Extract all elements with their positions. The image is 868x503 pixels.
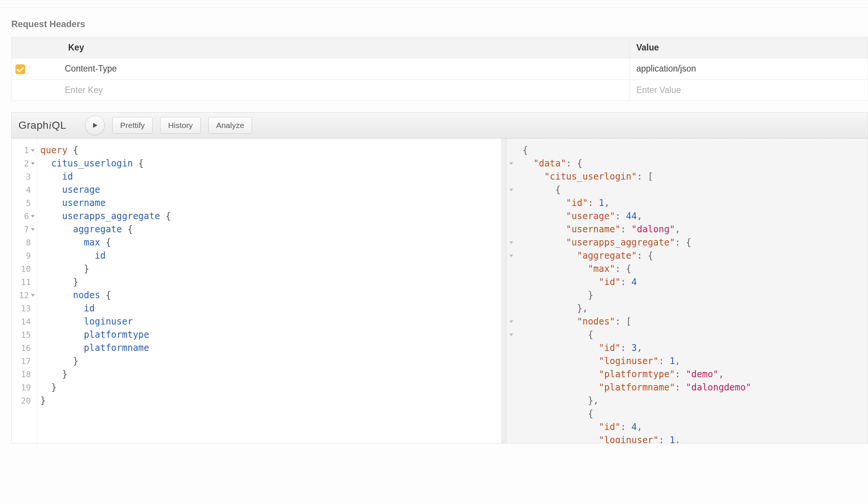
line-number: 10 <box>12 262 35 276</box>
result-fold-row <box>507 170 513 183</box>
execute-button[interactable] <box>85 116 105 135</box>
graphiql-logo: GraphiQL <box>18 119 66 131</box>
result-fold-row <box>507 421 513 434</box>
fold-caret-icon[interactable] <box>509 255 513 257</box>
line-number: 18 <box>12 368 35 381</box>
result-fold-row <box>507 262 513 276</box>
header-key-value[interactable]: Content-Type <box>65 64 117 73</box>
result-fold-row <box>507 236 513 249</box>
line-number: 6 <box>12 210 35 223</box>
play-icon <box>91 122 99 129</box>
line-number: 17 <box>12 355 35 368</box>
line-number: 5 <box>12 197 35 210</box>
result-fold-row <box>507 355 513 368</box>
fold-caret-icon[interactable] <box>31 149 35 152</box>
result-json: { "data": { "citus_userlogin": [ { "id":… <box>514 144 864 443</box>
result-fold-row <box>507 328 513 341</box>
line-number: 3 <box>12 170 35 183</box>
result-fold-row <box>507 368 513 381</box>
editor-area: 1 2 3 4 5 6 7 8 9 10 11 12 13 14 15 16 1… <box>11 139 868 444</box>
result-fold-row <box>507 210 513 223</box>
line-number: 8 <box>12 236 35 249</box>
result-fold-row <box>507 157 513 170</box>
headers-col-key: Key <box>12 37 630 58</box>
result-fold-row <box>507 381 513 394</box>
query-editor[interactable]: 1 2 3 4 5 6 7 8 9 10 11 12 13 14 15 16 1… <box>12 139 501 443</box>
line-number: 11 <box>12 276 35 289</box>
result-fold-row <box>507 144 513 157</box>
line-number: 19 <box>12 381 35 394</box>
result-fold-row <box>507 289 513 302</box>
result-fold-row <box>507 341 513 355</box>
fold-caret-icon[interactable] <box>31 294 35 297</box>
header-new-row: Enter Key Enter Value <box>12 79 868 101</box>
history-button[interactable]: History <box>160 117 200 134</box>
result-fold-row <box>507 183 513 197</box>
result-fold-row <box>507 223 513 236</box>
header-new-value-input[interactable]: Enter Value <box>636 85 681 95</box>
fold-caret-icon[interactable] <box>509 162 513 165</box>
result-fold-row <box>507 407 513 421</box>
header-value-cell[interactable]: application/json <box>630 58 868 80</box>
header-row: Content-Type application/json <box>12 58 868 80</box>
result-fold-row <box>507 249 513 262</box>
fold-caret-icon[interactable] <box>509 241 513 244</box>
line-gutter: 1 2 3 4 5 6 7 8 9 10 11 12 13 14 15 16 1… <box>12 139 37 443</box>
result-fold-row <box>507 197 513 210</box>
fold-caret-icon[interactable] <box>509 189 513 191</box>
line-number: 13 <box>12 302 35 315</box>
line-number: 4 <box>12 183 35 197</box>
graphiql-toolbar: GraphiQL Prettify History Analyze <box>11 112 868 139</box>
top-divider <box>0 0 868 8</box>
line-number: 7 <box>12 223 35 236</box>
line-number: 9 <box>12 249 35 262</box>
result-viewer[interactable]: { "data": { "citus_userlogin": [ { "id":… <box>507 139 868 443</box>
result-fold-row <box>507 276 513 289</box>
analyze-button[interactable]: Analyze <box>208 117 252 134</box>
headers-table: Key Value Content-Type application/json … <box>11 37 868 101</box>
result-fold-gutter <box>507 144 513 443</box>
result-fold-row <box>507 394 513 407</box>
line-number: 1 <box>12 144 35 157</box>
line-number: 15 <box>12 328 35 341</box>
result-fold-row <box>507 434 513 443</box>
headers-col-value: Value <box>630 37 868 58</box>
line-number: 20 <box>12 394 35 407</box>
header-row-checkbox[interactable] <box>15 64 25 74</box>
line-number: 14 <box>12 315 35 328</box>
line-number: 12 <box>12 289 35 302</box>
request-headers-title: Request Headers <box>11 19 868 29</box>
query-code[interactable]: query { citus_userlogin { id userage use… <box>37 139 501 443</box>
pane-resize-handle[interactable] <box>501 139 507 443</box>
prettify-button[interactable]: Prettify <box>112 117 153 134</box>
header-new-key-input[interactable]: Enter Key <box>65 85 103 95</box>
line-number: 2 <box>12 157 35 170</box>
result-fold-row <box>507 315 513 328</box>
fold-caret-icon[interactable] <box>509 320 513 323</box>
fold-caret-icon[interactable] <box>509 334 513 336</box>
fold-caret-icon[interactable] <box>31 162 35 165</box>
fold-caret-icon[interactable] <box>31 215 35 218</box>
fold-caret-icon[interactable] <box>31 228 35 231</box>
line-number: 16 <box>12 341 35 355</box>
result-fold-row <box>507 302 513 315</box>
